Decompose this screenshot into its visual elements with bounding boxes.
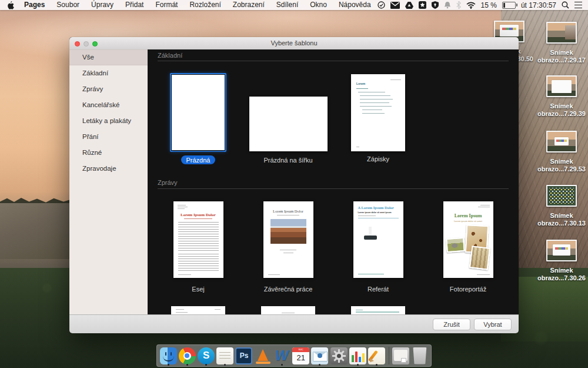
window-titlebar[interactable]: Vyberte šablonu	[69, 37, 519, 50]
sidebar-item-vse[interactable]: Vše	[69, 49, 148, 65]
icon-label-line1: Snímek	[529, 267, 588, 274]
dock-notes[interactable]	[216, 346, 235, 366]
template-preview-blank	[172, 75, 225, 150]
dock-finder[interactable]	[159, 346, 178, 366]
sidebar-item-prani[interactable]: Přání	[69, 129, 148, 145]
icon-label-line1: Snímek	[529, 158, 588, 165]
template-label: Zápisky	[334, 155, 422, 163]
shield-icon[interactable]	[432, 1, 439, 9]
window-title: Vyberte šablonu	[69, 37, 519, 49]
template-partial-3[interactable]	[334, 306, 422, 315]
spotlight-search-icon[interactable]	[562, 1, 569, 9]
template-label: Referát	[334, 286, 422, 293]
menu-item-napoveda[interactable]: Nápověda	[333, 0, 377, 10]
dock-numbers[interactable]	[348, 346, 367, 366]
wifi-icon[interactable]	[466, 2, 476, 9]
notification-center-icon[interactable]	[574, 2, 582, 8]
sidebar-item-zakladni[interactable]: Základní	[69, 65, 148, 81]
desktop-icon-snimek-73026[interactable]: Snímekobrazo...7.30.26	[529, 240, 588, 282]
dock-photoshop[interactable]: Ps	[235, 346, 253, 366]
cancel-button[interactable]: Zrušit	[433, 319, 470, 330]
icon-label-line1: Snímek	[529, 212, 588, 220]
menu-item-rozlozeni[interactable]: Rozložení	[183, 0, 226, 10]
mail-icon[interactable]	[390, 2, 400, 9]
running-indicator	[281, 364, 283, 366]
desktop-icon-snimek-72939[interactable]: Snímekobrazo...7.29.39	[529, 75, 588, 118]
vlc-icon	[255, 347, 272, 364]
icon-label-line1: Snímek	[529, 49, 588, 57]
bookmark-box-icon[interactable]	[419, 1, 426, 9]
template-zaverecna-prace[interactable]: Lorem Ipsum Dolor Závěrečná práce	[244, 201, 332, 293]
bluetooth-icon[interactable]	[456, 1, 461, 9]
mail-app-icon	[311, 347, 328, 364]
menu-item-sdileni[interactable]: Sdílení	[270, 0, 304, 10]
template-referat[interactable]: A Lorem Ipsum Dolor Lorem ipsum dolor si…	[334, 201, 422, 293]
template-partial-1[interactable]	[154, 306, 242, 315]
desktop-icon-snimek-72953[interactable]: Snímekobrazo...7.29.53	[529, 131, 588, 173]
template-preview-esej: Lorem Ipsum Dolor	[173, 201, 223, 278]
screenshot-thumbnail	[546, 22, 577, 44]
template-partial-2[interactable]	[244, 306, 332, 315]
dock-vlc[interactable]	[253, 346, 272, 366]
dock-pages[interactable]	[367, 346, 386, 366]
dock-word[interactable]: W	[272, 346, 291, 366]
template-esej[interactable]: Lorem Ipsum Dolor Esej	[154, 201, 242, 293]
template-prazdna-na-sirku[interactable]: Prázdná na šířku	[244, 73, 332, 164]
desktop-icon-snimek-72917[interactable]: Snímekobrazo...7.29.17	[529, 22, 588, 64]
menu-item-format[interactable]: Formát	[149, 0, 183, 10]
template-fotoreportaz[interactable]: Lorem Ipsum Lorem ipsum dolor sit amet F…	[424, 201, 512, 293]
template-label: Prázdná	[154, 156, 242, 163]
screenshot-thumbnail	[546, 75, 577, 97]
photoshop-icon: Ps	[235, 347, 252, 364]
running-indicator	[186, 364, 188, 366]
template-chooser-window: Vyberte šablonu Vše Základní Zprávy Kanc…	[69, 37, 519, 333]
sidebar-item-ruzne[interactable]: Různé	[69, 145, 148, 161]
menu-item-okno[interactable]: Okno	[304, 0, 333, 10]
trash-icon	[412, 347, 427, 364]
choose-button[interactable]: Vybrat	[474, 319, 512, 330]
template-prazdna[interactable]: Prázdná	[154, 73, 242, 163]
finder-icon	[160, 347, 177, 364]
menu-clock[interactable]: út 17:30:57	[521, 1, 556, 9]
menu-bar: Pages Soubor Úpravy Přidat Formát Rozlož…	[0, 0, 588, 10]
menu-item-upravy[interactable]: Úpravy	[85, 0, 119, 10]
dock-skype[interactable]: S	[196, 346, 215, 366]
sidebar-item-kancelarske[interactable]: Kancelářské	[69, 97, 148, 113]
window-thumbnail-icon	[392, 347, 409, 364]
dock-minimized-window[interactable]	[392, 346, 410, 366]
template-label: Závěrečná práce	[244, 286, 332, 293]
bell-icon[interactable]	[444, 1, 451, 9]
skype-icon: S	[198, 347, 215, 364]
section-heading-zakladni: Základní	[158, 52, 182, 59]
running-indicator	[224, 364, 226, 366]
pages-icon	[368, 347, 385, 364]
section-heading-zpravy: Zprávy	[158, 179, 178, 186]
dock-system-preferences[interactable]	[329, 346, 348, 366]
icon-label-line2: obrazo...7.30.13	[529, 220, 588, 227]
chrome-icon	[179, 347, 196, 364]
battery-icon[interactable]	[502, 2, 516, 9]
screenshot-thumbnail	[546, 240, 577, 261]
sidebar-item-letaky[interactable]: Letáky a plakáty	[69, 113, 148, 129]
apple-menu-icon[interactable]	[7, 1, 15, 9]
dock-trash[interactable]	[410, 346, 429, 366]
template-grid: Základní Prázdná Prázdná na šířku Lorem	[148, 49, 519, 315]
battery-percentage: 15 %	[481, 1, 497, 9]
dock-chrome[interactable]	[178, 346, 196, 366]
dock-mail[interactable]	[310, 346, 329, 366]
sidebar-item-zpravodaje[interactable]: Zpravodaje	[69, 161, 148, 177]
menu-item-pridat[interactable]: Přidat	[119, 0, 149, 10]
dock-calendar[interactable]: SVC 21	[292, 346, 310, 366]
menu-item-soubor[interactable]: Soubor	[51, 0, 85, 10]
checkmark-circle-icon[interactable]	[377, 1, 385, 9]
desktop-icon-snimek-73013[interactable]: Snímekobrazo...7.30.13	[529, 185, 588, 227]
menu-app-name[interactable]: Pages	[18, 0, 51, 10]
selected-template-frame	[170, 73, 226, 152]
menu-item-zobrazeni[interactable]: Zobrazení	[227, 0, 270, 10]
running-indicator	[376, 364, 377, 366]
sidebar-item-zpravy[interactable]: Zprávy	[69, 81, 148, 97]
dock-separator	[389, 347, 389, 364]
template-preview-blank-landscape	[249, 97, 328, 151]
google-drive-icon[interactable]	[405, 2, 413, 9]
template-zapisky[interactable]: Lorem Zápisky	[334, 73, 422, 163]
